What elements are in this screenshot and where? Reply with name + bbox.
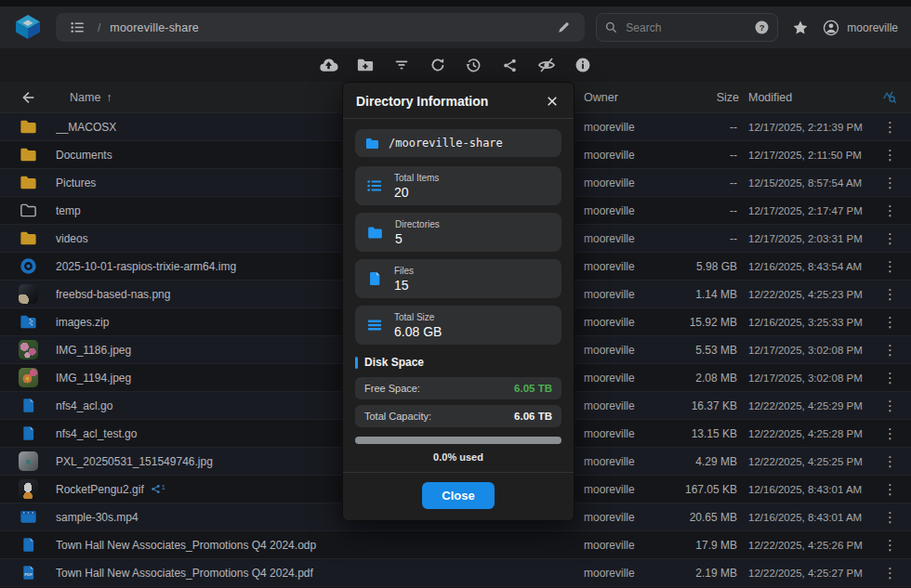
section-accent-bar (355, 357, 358, 369)
close-button[interactable]: Close (422, 482, 494, 509)
storage-icon (366, 317, 383, 333)
stat-directories: Directories 5 (355, 213, 561, 252)
disk-space-section: Disk Space Free Space: 6.05 TB Total Cap… (355, 356, 561, 463)
total-capacity-label: Total Capacity: (364, 411, 431, 422)
file-icon (366, 270, 383, 287)
total-capacity-row: Total Capacity: 6.06 TB (355, 405, 561, 427)
stat-value: 5 (395, 231, 440, 246)
folder-icon (366, 224, 384, 242)
modal-title: Directory Information (356, 94, 488, 109)
stat-total-size: Total Size 6.08 GB (355, 306, 561, 345)
stat-total-items: Total Items 20 (355, 166, 561, 205)
disk-space-title: Disk Space (364, 356, 424, 369)
list-icon (366, 177, 383, 194)
stat-value: 6.08 GB (394, 324, 442, 339)
close-icon[interactable] (544, 93, 561, 110)
directory-path: /mooreville-share (389, 137, 503, 150)
stat-files: Files 15 (355, 259, 561, 298)
folder-icon (364, 136, 380, 151)
stat-label: Total Size (394, 312, 442, 322)
free-space-label: Free Space: (364, 383, 420, 394)
directory-information-modal: Directory Information /mooreville-share (342, 82, 574, 521)
free-space-row: Free Space: 6.05 TB (355, 377, 561, 399)
stat-value: 15 (394, 278, 414, 293)
stat-label: Directories (395, 219, 440, 229)
disk-usage-text: 0.0% used (355, 451, 561, 463)
disk-usage-bar (355, 437, 561, 444)
free-space-value: 6.05 TB (514, 383, 552, 394)
stat-label: Total Items (394, 173, 439, 183)
stat-label: Files (394, 266, 414, 276)
stat-value: 20 (394, 185, 439, 200)
total-capacity-value: 6.06 TB (514, 411, 552, 422)
directory-path-card: /mooreville-share (355, 129, 561, 157)
